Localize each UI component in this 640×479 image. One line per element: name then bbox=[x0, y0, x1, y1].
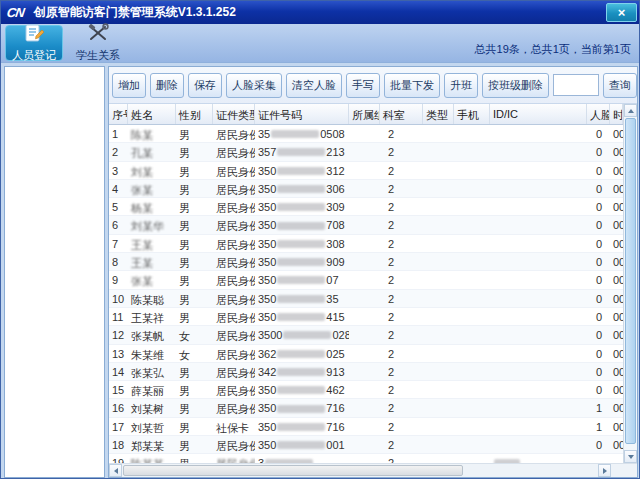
cell-time: 00:0 bbox=[610, 290, 623, 307]
cell-dept: 2 bbox=[380, 290, 423, 307]
redacted-id-segment bbox=[271, 130, 319, 138]
cell-gender: 男 bbox=[176, 381, 213, 398]
table-row[interactable]: 2孔某男居民身份证3572132000:0 bbox=[109, 143, 623, 161]
col-dept: 科室 bbox=[380, 104, 423, 124]
vertical-scroll-thumb[interactable] bbox=[625, 118, 636, 444]
table-row[interactable]: 18郑某某男居民身份证3500012000:0 bbox=[109, 436, 623, 454]
batch-send-button[interactable]: 批量下发 bbox=[384, 73, 440, 98]
cell-seq: 12 bbox=[109, 326, 128, 343]
cell-time bbox=[610, 454, 623, 463]
cell-seq: 10 bbox=[109, 290, 128, 307]
cell-seq: 3 bbox=[109, 162, 128, 179]
cell-cert-type: 居民身份证 bbox=[213, 271, 255, 288]
cell-seq: 18 bbox=[109, 436, 128, 453]
cell-seq: 9 bbox=[109, 271, 128, 288]
scroll-up-button[interactable] bbox=[624, 104, 637, 117]
redacted-id-segment bbox=[277, 295, 325, 303]
table-row[interactable]: 17刘某哲男社保卡3507162100:0 bbox=[109, 418, 623, 436]
table-row[interactable]: 8王某男居民身份证3509092000:0 bbox=[109, 253, 623, 271]
col-cert-type: 证件类型 bbox=[213, 104, 255, 124]
cell-cert-no: 350309 bbox=[255, 198, 349, 215]
save-button[interactable]: 保存 bbox=[188, 73, 222, 98]
table-row[interactable]: 16刘某树男居民身份证3507162100:0 bbox=[109, 399, 623, 417]
cell-time: 00:0 bbox=[610, 143, 623, 160]
cell-face-count: 0 bbox=[587, 180, 610, 197]
cell-dept: 2 bbox=[380, 308, 423, 325]
cell-face-count: 0 bbox=[587, 363, 610, 380]
horizontal-scroll-track[interactable] bbox=[464, 464, 598, 477]
cell-cert-type: 居民身份证 bbox=[213, 198, 255, 215]
scroll-right-button[interactable] bbox=[598, 464, 611, 477]
table-row[interactable]: 7王某男居民身份证3503082000:0 bbox=[109, 235, 623, 253]
cell-time: 00:0 bbox=[610, 198, 623, 215]
handwrite-button[interactable]: 手写 bbox=[346, 73, 380, 98]
cell-cert-no: 3500028 bbox=[255, 326, 349, 343]
main-panel: 增加 删除 保存 人脸采集 清空人脸 手写 批量下发 升班 按班级删除 查询 上… bbox=[108, 66, 638, 478]
table-area: 序号 姓名 性别 证件类型 证件号码 所属组织 科室 类型 手机 ID/IC 人… bbox=[109, 104, 623, 463]
cell-name: 杨某 bbox=[128, 198, 176, 215]
cell-dept: 2 bbox=[380, 381, 423, 398]
delete-button[interactable]: 删除 bbox=[150, 73, 184, 98]
cell-cert-no: 350909 bbox=[255, 253, 349, 270]
cell-time: 00:0 bbox=[610, 235, 623, 252]
table-row[interactable]: 5杨某男居民身份证3503092000:0 bbox=[109, 198, 623, 216]
table-row[interactable]: 11王某祥男居民身份证3504152000:0 bbox=[109, 308, 623, 326]
close-button[interactable]: × bbox=[606, 3, 637, 22]
cell-cert-type: 居民身份证 bbox=[213, 216, 255, 233]
cell-type bbox=[423, 125, 454, 142]
face-capture-button[interactable]: 人脸采集 bbox=[226, 73, 282, 98]
cell-cert-no: 362025 bbox=[255, 345, 349, 362]
table-row[interactable]: 3刘某男居民身份证3503122000:0 bbox=[109, 162, 623, 180]
cell-idic bbox=[490, 271, 587, 288]
cell-face-count: 0 bbox=[587, 235, 610, 252]
col-time: 时段 bbox=[610, 104, 623, 124]
cell-phone bbox=[454, 271, 490, 288]
cell-cert-type: 居民身份证 bbox=[213, 235, 255, 252]
cell-type bbox=[423, 253, 454, 270]
cell-type bbox=[423, 363, 454, 380]
title-bar: CN 创原智能访客门禁管理系统V1.3.1.252 × bbox=[1, 1, 639, 24]
table-row[interactable]: 12张某帆女居民身份证35000282000:0 bbox=[109, 326, 623, 344]
table-row[interactable]: 14张某弘男居民身份证3429132000:0 bbox=[109, 363, 623, 381]
promote-class-button[interactable]: 升班 bbox=[444, 73, 478, 98]
cell-dept: 2 bbox=[380, 399, 423, 416]
cell-idic bbox=[490, 363, 587, 380]
table-row[interactable]: 13朱某维女居民身份证3620252000:0 bbox=[109, 345, 623, 363]
scroll-left-button[interactable] bbox=[109, 464, 122, 477]
scroll-down-button[interactable] bbox=[624, 450, 637, 463]
cell-idic bbox=[490, 216, 587, 233]
table-row[interactable]: 10陈某聪男居民身份证350352000:0 bbox=[109, 290, 623, 308]
window-title: 创原智能访客门禁管理系统V1.3.1.252 bbox=[34, 4, 236, 21]
cell-gender: 女 bbox=[176, 345, 213, 362]
tab-student-relation[interactable]: 学生关系 bbox=[69, 25, 127, 61]
cell-dept: 2 bbox=[380, 436, 423, 453]
redacted-id-segment bbox=[277, 368, 325, 376]
toolbar: 增加 删除 保存 人脸采集 清空人脸 手写 批量下发 升班 按班级删除 查询 上… bbox=[109, 67, 637, 104]
vertical-scrollbar[interactable] bbox=[623, 104, 637, 463]
tab-person-register[interactable]: 人员登记 bbox=[5, 25, 63, 61]
table-row[interactable]: 19陈某某男居民身份证32 bbox=[109, 454, 623, 463]
cell-name: 陈某某 bbox=[128, 454, 176, 463]
cell-time: 00:0 bbox=[610, 326, 623, 343]
horizontal-scrollbar[interactable] bbox=[109, 464, 611, 477]
add-button[interactable]: 增加 bbox=[112, 73, 146, 98]
table-row[interactable]: 15薛某丽男居民身份证3504622000:0 bbox=[109, 381, 623, 399]
table-row[interactable]: 1陈某男居民身份证3505082000:0 bbox=[109, 125, 623, 143]
cell-time: 00:0 bbox=[610, 216, 623, 233]
cell-gender: 男 bbox=[176, 143, 213, 160]
cell-org bbox=[349, 198, 380, 215]
horizontal-scroll-thumb[interactable] bbox=[123, 465, 463, 476]
cell-gender: 男 bbox=[176, 253, 213, 270]
cell-cert-no: 342913 bbox=[255, 363, 349, 380]
search-input[interactable] bbox=[553, 74, 599, 96]
delete-by-class-button[interactable]: 按班级删除 bbox=[482, 73, 549, 98]
table-row[interactable]: 9张某男居民身份证350072000:0 bbox=[109, 271, 623, 289]
query-button[interactable]: 查询 bbox=[603, 73, 637, 98]
cell-cert-type: 居民身份证 bbox=[213, 399, 255, 416]
table-row[interactable]: 6刘某华男居民身份证3507082000:0 bbox=[109, 216, 623, 234]
cell-dept: 2 bbox=[380, 143, 423, 160]
redacted-id-segment bbox=[265, 459, 313, 463]
table-row[interactable]: 4张某男居民身份证3503062000:0 bbox=[109, 180, 623, 198]
cell-time: 00:0 bbox=[610, 436, 623, 453]
clear-face-button[interactable]: 清空人脸 bbox=[286, 73, 342, 98]
